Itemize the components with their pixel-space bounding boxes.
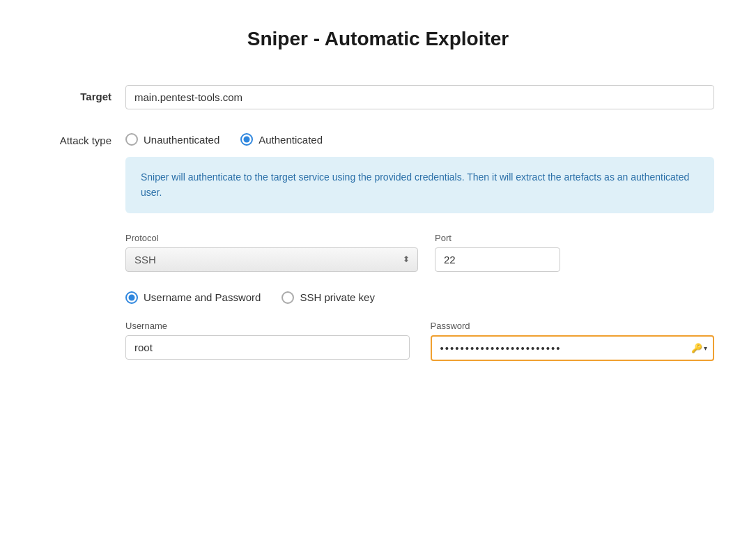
port-field-group: Port bbox=[435, 233, 560, 272]
radio-label-ssh-private-key: SSH private key bbox=[300, 291, 375, 303]
key-icon: 🔑 bbox=[691, 343, 702, 353]
protocol-field-group: Protocol SSH FTP HTTP HTTPS SMB ⬍ bbox=[125, 233, 418, 272]
radio-authenticated[interactable] bbox=[240, 133, 253, 146]
attack-type-row: Attack type Unauthenticated Authenticate… bbox=[42, 129, 714, 213]
attack-type-content: Unauthenticated Authenticated Sniper wil… bbox=[125, 129, 714, 213]
radio-label-unauthenticated: Unauthenticated bbox=[144, 134, 219, 146]
radio-option-authenticated[interactable]: Authenticated bbox=[240, 133, 323, 146]
protocol-port-row: Protocol SSH FTP HTTP HTTPS SMB ⬍ Port bbox=[125, 233, 714, 272]
password-label: Password bbox=[431, 321, 715, 331]
attack-type-label: Attack type bbox=[42, 129, 125, 146]
radio-unauthenticated[interactable] bbox=[125, 133, 138, 146]
protocol-label: Protocol bbox=[125, 233, 418, 243]
chevron-down-icon: ▾ bbox=[704, 344, 707, 352]
radio-ssh-private-key[interactable] bbox=[281, 291, 294, 304]
password-input-wrapper: 🔑 ▾ bbox=[431, 335, 715, 361]
username-field-group: Username bbox=[125, 321, 410, 360]
radio-option-username-password[interactable]: Username and Password bbox=[125, 291, 261, 304]
attack-type-radio-group: Unauthenticated Authenticated bbox=[125, 129, 714, 146]
info-box-text: Sniper will authenticate to the target s… bbox=[141, 171, 689, 198]
username-label: Username bbox=[125, 321, 410, 331]
radio-label-authenticated: Authenticated bbox=[259, 134, 323, 146]
radio-label-username-password: Username and Password bbox=[144, 291, 261, 303]
page-title: Sniper - Automatic Exploiter bbox=[42, 28, 714, 50]
password-input[interactable] bbox=[431, 335, 715, 361]
credential-type-row: Username and Password SSH private key bbox=[125, 291, 714, 304]
protocol-select-wrapper: SSH FTP HTTP HTTPS SMB ⬍ bbox=[125, 247, 418, 272]
sub-form: Protocol SSH FTP HTTP HTTPS SMB ⬍ Port bbox=[125, 233, 714, 361]
info-box: Sniper will authenticate to the target s… bbox=[125, 157, 714, 213]
target-content bbox=[125, 85, 714, 109]
target-label: Target bbox=[42, 85, 125, 102]
radio-username-password[interactable] bbox=[125, 291, 138, 304]
password-field-group: Password 🔑 ▾ bbox=[431, 321, 715, 361]
target-row: Target bbox=[42, 85, 714, 109]
port-input[interactable] bbox=[435, 247, 560, 272]
page-container: Sniper - Automatic Exploiter Target Atta… bbox=[0, 0, 756, 389]
radio-option-unauthenticated[interactable]: Unauthenticated bbox=[125, 133, 219, 146]
username-input[interactable] bbox=[125, 335, 410, 360]
password-visibility-toggle[interactable]: 🔑 ▾ bbox=[691, 343, 707, 353]
username-password-row: Username Password 🔑 ▾ bbox=[125, 321, 714, 361]
port-label: Port bbox=[435, 233, 560, 243]
radio-option-ssh-private-key[interactable]: SSH private key bbox=[281, 291, 375, 304]
protocol-select[interactable]: SSH FTP HTTP HTTPS SMB bbox=[125, 247, 418, 272]
target-input[interactable] bbox=[125, 85, 714, 109]
